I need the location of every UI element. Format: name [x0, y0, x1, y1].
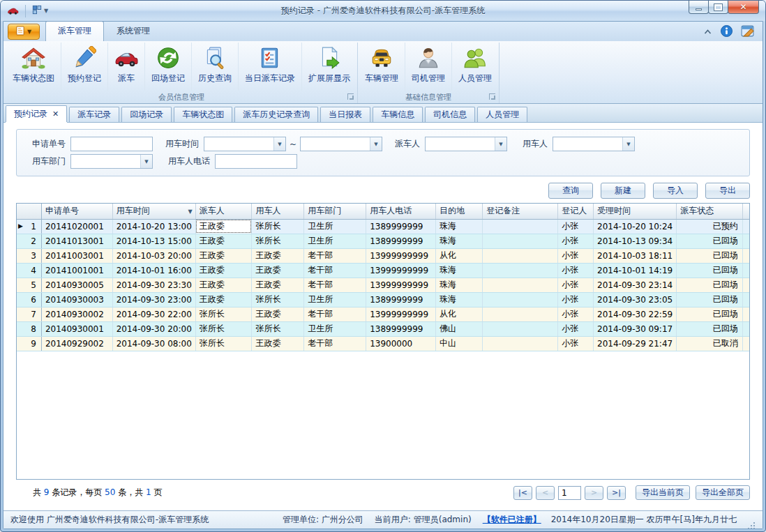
cell-registrar[interactable]: 小张: [558, 278, 594, 292]
cell-status[interactable]: 已回场: [677, 263, 743, 278]
cell-remark[interactable]: [483, 263, 558, 278]
cell-remark[interactable]: [483, 336, 558, 351]
column-header-car_user[interactable]: 用车人: [252, 204, 304, 219]
cell-registrar[interactable]: 小张: [558, 307, 594, 321]
cell-car_user[interactable]: 王政委: [252, 336, 304, 351]
cell-request_no[interactable]: 20140930001: [41, 321, 112, 336]
info-icon[interactable]: [721, 25, 733, 39]
cell-department[interactable]: 老干部: [304, 263, 366, 278]
column-header-user_phone[interactable]: 用车人电话: [366, 204, 436, 219]
table-row[interactable]: 2201410130012014-10-13 15:00王政委张所长卫生所138…: [17, 234, 749, 248]
chevron-down-icon[interactable]: ▼: [140, 155, 152, 168]
table-row[interactable]: 4201410010012014-10-01 16:00王政委王政委老干部139…: [17, 263, 749, 278]
license-status-link[interactable]: 【软件已注册】: [483, 514, 541, 526]
cell-destination[interactable]: 珠海: [435, 292, 482, 307]
cell-remark[interactable]: [483, 278, 558, 292]
ribbon-button-history-query[interactable]: 历史查询: [192, 43, 239, 91]
doc-tab-dispatch-records[interactable]: 派车记录: [69, 107, 119, 122]
cell-department[interactable]: 卫生所: [304, 234, 366, 248]
cell-use_time[interactable]: 2014-09-30 23:30: [112, 278, 195, 292]
cell-accept_time[interactable]: 2014-10-13 09:34: [594, 234, 677, 248]
table-row[interactable]: 9201409290022014-09-30 08:00张所长王政委老干部139…: [17, 336, 749, 351]
cell-registrar[interactable]: 小张: [558, 321, 594, 336]
application-menu-button[interactable]: ▼: [8, 24, 40, 40]
cell-destination[interactable]: 珠海: [435, 234, 482, 248]
cell-user_phone[interactable]: 13999999999: [366, 278, 436, 292]
collapse-ribbon-icon[interactable]: [703, 27, 712, 37]
prev-page-button[interactable]: <: [536, 486, 555, 500]
cell-user_phone[interactable]: 13999999999: [366, 307, 436, 321]
doc-tab-driver-info[interactable]: 司机信息: [425, 107, 475, 122]
row-selector[interactable]: ▶1: [17, 219, 41, 234]
ribbon-tab-system-management[interactable]: 系统管理: [104, 21, 163, 41]
chevron-down-icon[interactable]: ▼: [495, 137, 506, 151]
cell-destination[interactable]: 佛山: [435, 321, 482, 336]
request-no-input[interactable]: [70, 137, 153, 151]
maximize-button[interactable]: [708, 1, 728, 14]
cell-dispatcher[interactable]: 张所长: [195, 307, 252, 321]
row-selector[interactable]: 7: [17, 307, 41, 321]
cell-dispatcher[interactable]: 王政委: [195, 219, 252, 234]
cell-request_no[interactable]: 20140929002: [41, 336, 112, 351]
cell-destination[interactable]: 从化: [435, 248, 482, 263]
cell-car_user[interactable]: 张所长: [252, 321, 304, 336]
cell-user_phone[interactable]: 1389999999: [366, 321, 436, 336]
cell-remark[interactable]: [483, 292, 558, 307]
ribbon-button-reservation-register[interactable]: 预约登记: [61, 43, 108, 91]
cell-car_user[interactable]: 张所长: [252, 234, 304, 248]
cell-destination[interactable]: 珠海: [435, 263, 482, 278]
doc-tab-reservation-records[interactable]: 预约记录✕: [6, 105, 67, 122]
cell-use_time[interactable]: 2014-10-20 13:00: [112, 219, 195, 234]
column-header-request_no[interactable]: 申请单号: [41, 204, 112, 219]
last-page-button[interactable]: >|: [607, 486, 626, 500]
cell-request_no[interactable]: 20141013001: [41, 234, 112, 248]
cell-registrar[interactable]: 小张: [558, 219, 594, 234]
cell-remark[interactable]: [483, 248, 558, 263]
cell-status[interactable]: 已回场: [677, 292, 743, 307]
cell-request_no[interactable]: 20141003001: [41, 248, 112, 263]
cell-registrar[interactable]: 小张: [558, 336, 594, 351]
ribbon-button-dispatch-car[interactable]: 派车: [108, 43, 145, 91]
cell-accept_time[interactable]: 2014-10-03 18:11: [594, 248, 677, 263]
cell-car_user[interactable]: 王政委: [252, 248, 304, 263]
cell-status[interactable]: 已回场: [677, 278, 743, 292]
cell-registrar[interactable]: 小张: [558, 248, 594, 263]
doc-tab-vehicle-info[interactable]: 车辆信息: [373, 107, 423, 122]
cell-request_no[interactable]: 20141001001: [41, 263, 112, 278]
cell-department[interactable]: 卫生所: [304, 292, 366, 307]
cell-car_user[interactable]: 王政委: [252, 278, 304, 292]
column-header-destination[interactable]: 目的地: [435, 204, 482, 219]
minimize-button[interactable]: [689, 1, 709, 14]
cell-use_time[interactable]: 2014-10-03 20:00: [112, 248, 195, 263]
table-row[interactable]: 8201409300012014-09-30 20:00张所长张所长卫生所138…: [17, 321, 749, 336]
cell-use_time[interactable]: 2014-09-30 23:00: [112, 292, 195, 307]
cell-accept_time[interactable]: 2014-09-30 23:14: [594, 278, 677, 292]
ribbon-button-vehicle-management[interactable]: 车辆管理: [359, 43, 405, 91]
next-page-button[interactable]: >: [585, 486, 603, 500]
ribbon-tab-dispatch-management[interactable]: 派车管理: [45, 21, 104, 41]
layout-squares-icon[interactable]: [32, 5, 42, 17]
cell-department[interactable]: 卫生所: [304, 219, 366, 234]
cell-request_no[interactable]: 20140930003: [41, 292, 112, 307]
table-row[interactable]: 6201409300032014-09-30 23:00王政委张所长卫生所138…: [17, 292, 749, 307]
cell-accept_time[interactable]: 2014-09-30 23:05: [594, 292, 677, 307]
cell-dispatcher[interactable]: 王政委: [195, 292, 252, 307]
cell-status[interactable]: 已回场: [677, 234, 743, 248]
ribbon-button-driver-management[interactable]: 司机管理: [405, 43, 452, 91]
chevron-down-icon[interactable]: ▼: [44, 8, 48, 14]
cell-use_time[interactable]: 2014-09-30 08:00: [112, 336, 195, 351]
cell-user_phone[interactable]: 1389999999: [366, 219, 436, 234]
doc-tab-return-records[interactable]: 回场记录: [121, 107, 172, 122]
chevron-down-icon[interactable]: ▼: [622, 137, 634, 151]
cell-registrar[interactable]: 小张: [558, 234, 594, 248]
cell-department[interactable]: 卫生所: [304, 321, 366, 336]
skin-icon[interactable]: [741, 25, 754, 39]
table-row[interactable]: 5201409300052014-09-30 23:30王政委王政委老干部139…: [17, 278, 749, 292]
ribbon-button-personnel-management[interactable]: 人员管理: [452, 43, 498, 91]
chevron-down-icon[interactable]: ▼: [273, 137, 285, 151]
cell-registrar[interactable]: 小张: [558, 263, 594, 278]
new-button[interactable]: 新建: [601, 183, 645, 199]
close-button[interactable]: ✕: [728, 1, 759, 14]
cell-accept_time[interactable]: 2014-10-20 10:24: [594, 219, 677, 234]
cell-remark[interactable]: [483, 307, 558, 321]
